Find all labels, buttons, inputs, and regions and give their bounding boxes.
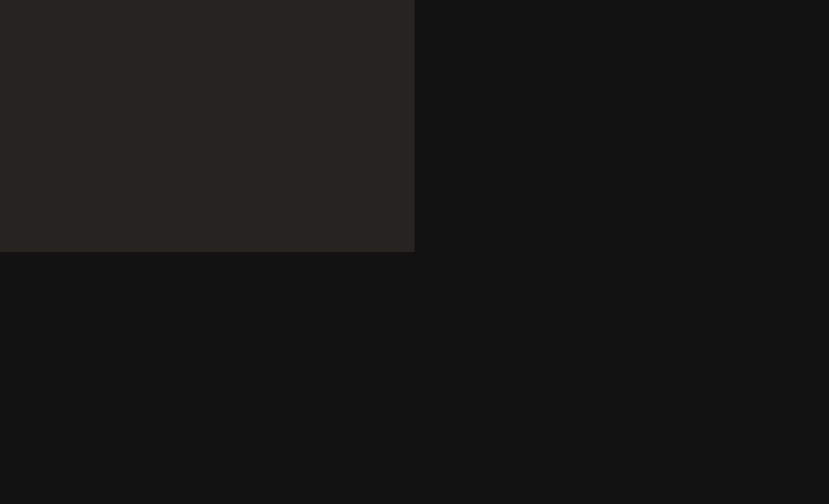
ableton-live-window <box>0 0 414 252</box>
